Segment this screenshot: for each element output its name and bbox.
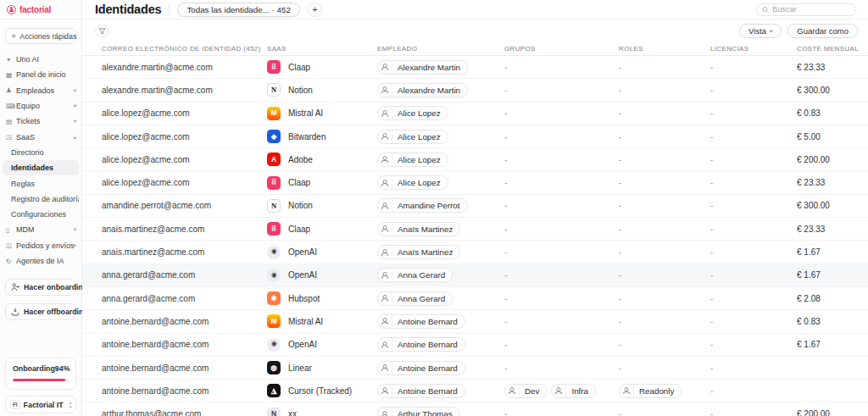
- employee-chip[interactable]: Alice Lopez: [377, 153, 448, 167]
- groups-cell: -: [504, 409, 619, 416]
- filter-button[interactable]: [95, 25, 108, 37]
- employee-chip[interactable]: Amandine Perrot: [377, 198, 468, 213]
- group-chip[interactable]: Infra: [551, 384, 596, 398]
- table-row[interactable]: antoine.bernard@acme.com ◮ Cursor (Track…: [82, 380, 868, 402]
- role-chip[interactable]: Readonly: [619, 384, 682, 398]
- sidebar-item-mdm[interactable]: ▯MDM▾: [0, 222, 81, 237]
- identity-email: anna.gerard@acme.com: [102, 270, 267, 280]
- search-input[interactable]: [772, 5, 850, 14]
- onboarding-button[interactable]: Hacer onboarding: [5, 279, 76, 296]
- sidebar-item-directorio[interactable]: Directorio: [3, 145, 79, 160]
- sidebar-item-tickets[interactable]: ▤Tickets▾: [0, 114, 81, 129]
- employee-chip[interactable]: Alice Lopez: [377, 175, 448, 190]
- employee-chip[interactable]: Arthur Thomas: [377, 407, 460, 416]
- column-header[interactable]: EMPLEADO: [377, 45, 504, 53]
- identity-email: antoine.bernard@acme.com: [102, 340, 267, 349]
- table-row[interactable]: alice.lopez@acme.com A Adobe Alice Lopez…: [82, 148, 868, 171]
- saas-cell: ✳ OpenAI: [267, 338, 377, 352]
- employee-chip[interactable]: Alexandre Martin: [377, 83, 468, 97]
- offboarding-button[interactable]: Hacer offboarding: [5, 303, 76, 320]
- table-row[interactable]: antoine.bernard@acme.com M Mistral AI An…: [82, 310, 868, 333]
- company-switcher[interactable]: FI Factorial IT ES ▴▾: [5, 396, 76, 413]
- table-row[interactable]: antoine.bernard@acme.com ◍ Linear Antoin…: [82, 357, 868, 380]
- quick-actions-button[interactable]: ✳ Acciones rápidas: [5, 28, 76, 44]
- roles-cell: -: [619, 363, 710, 373]
- saas-cell: ✳ OpenAI: [267, 246, 377, 259]
- person-icon: [378, 223, 392, 236]
- saas-app-name: Mistral AI: [288, 108, 323, 118]
- sidebar-item-saas[interactable]: ◳SaaS▴: [0, 129, 81, 144]
- table-row[interactable]: anais.martinez@acme.com ✳ OpenAI Anaïs M…: [82, 241, 868, 263]
- column-header[interactable]: GRUPOS: [504, 45, 619, 53]
- brand[interactable]: factorial: [0, 0, 81, 19]
- table-row[interactable]: alice.lopez@acme.com ◆ Bitwarden Alice L…: [82, 125, 868, 148]
- column-header[interactable]: ROLES: [619, 45, 710, 53]
- sidebar-item-identidades[interactable]: Identidades: [3, 160, 79, 175]
- sidebar-item-panel-de-inicio[interactable]: ▦Panel de inicio: [0, 67, 81, 82]
- sidebar-item-uno-ai[interactable]: ✦Uno AI: [0, 52, 81, 67]
- sidebar-item-equipo[interactable]: ⌨Equipo▾: [0, 98, 81, 114]
- saas-app-name: OpenAI: [288, 247, 317, 257]
- employee-chip[interactable]: Anaïs Martinez: [377, 222, 460, 236]
- tab-all-identities[interactable]: Todas las identidade... · 452: [177, 3, 300, 17]
- licenses-cell: -: [710, 132, 797, 141]
- column-header[interactable]: CORREO ELECTRÓNICO DE IDENTIDAD (452): [102, 45, 267, 53]
- employee-chip[interactable]: Anaïs Martinez: [377, 245, 460, 259]
- divider: [169, 4, 170, 14]
- employee-chip[interactable]: Alice Lopez: [377, 130, 448, 144]
- roles-cell: -: [619, 409, 710, 416]
- page-title: Identidades: [95, 3, 161, 16]
- column-header[interactable]: SAAS: [267, 45, 377, 53]
- pill-label: Alice Lopez: [392, 178, 448, 187]
- licenses-cell: -: [710, 201, 797, 210]
- table-row[interactable]: amandine.perrot@acme.com N Notion Amandi…: [82, 195, 868, 218]
- view-button[interactable]: Vista ▾: [739, 24, 782, 38]
- identity-email: alice.lopez@acme.com: [102, 108, 267, 118]
- table-row[interactable]: anna.gerard@acme.com ✳ OpenAI Anna Gerar…: [82, 264, 868, 287]
- pill-label: Antoine Bernard: [392, 340, 465, 349]
- groups-cell: -: [504, 317, 619, 326]
- saas-cell: A Adobe: [267, 153, 377, 166]
- hubspot-app-icon: ✱: [267, 291, 281, 305]
- table-row[interactable]: alice.lopez@acme.com ⠿ Claap Alice Lopez…: [82, 171, 868, 194]
- add-view-button[interactable]: +: [308, 3, 322, 17]
- ticket-icon: ▤: [6, 118, 16, 125]
- sidebar-item-reglas[interactable]: Reglas: [3, 175, 79, 191]
- licenses-cell: -: [710, 363, 797, 373]
- groups-cell: -: [504, 155, 619, 164]
- employee-chip[interactable]: Antoine Bernard: [377, 361, 465, 375]
- employee-chip[interactable]: Alexandre Martin: [377, 60, 468, 75]
- sidebar-item-registro-de-auditoria[interactable]: Registro de auditoría: [3, 191, 79, 207]
- sidebar-item-pedidos-y-envios[interactable]: ◫Pedidos y envíos▾: [0, 238, 81, 253]
- column-header[interactable]: LICENCIAS: [710, 45, 797, 53]
- table-row[interactable]: alice.lopez@acme.com M Mistral AI Alice …: [82, 103, 868, 125]
- employee-chip[interactable]: Anna Gerard: [377, 268, 453, 282]
- company-badge: FI: [10, 400, 20, 409]
- monthly-cost: € 2.08: [797, 294, 860, 303]
- employee-chip[interactable]: Anna Gerard: [377, 291, 453, 306]
- monthly-cost: € 0.83: [797, 108, 860, 118]
- employee-chip[interactable]: Antoine Bernard: [377, 337, 465, 352]
- identity-email: alice.lopez@acme.com: [102, 178, 267, 187]
- table-row[interactable]: arthur.thomas@acme.com N xx Arthur Thoma…: [82, 402, 868, 416]
- saas-cell: ✱ Hubspot: [267, 291, 377, 305]
- sidebar-item-empleados[interactable]: ♟Empleados▾: [0, 83, 81, 98]
- sidebar-item-configuraciones[interactable]: Configuraciones: [3, 207, 79, 222]
- table-row[interactable]: alexandre.martin@acme.com N Notion Alexa…: [82, 79, 868, 102]
- employee-chip[interactable]: Antoine Bernard: [377, 384, 465, 398]
- table-row[interactable]: antoine.bernard@acme.com ✳ OpenAI Antoin…: [82, 334, 868, 357]
- cursor-app-icon: ◮: [267, 384, 281, 397]
- employee-chip[interactable]: Antoine Bernard: [377, 314, 465, 329]
- table-row[interactable]: anna.gerard@acme.com ✱ Hubspot Anna Gera…: [82, 287, 868, 310]
- employee-chip[interactable]: Alice Lopez: [377, 106, 448, 120]
- group-chip[interactable]: Dev: [504, 384, 547, 398]
- sidebar-item-agentes-de-ia[interactable]: ↻Agentes de IA: [0, 253, 81, 269]
- table-row[interactable]: anais.martinez@acme.com ⠿ Claap Anaïs Ma…: [82, 218, 868, 241]
- dashboard-grid-icon: ▦: [6, 71, 16, 79]
- column-header[interactable]: COSTE MENSUAL: [797, 45, 860, 53]
- table-row[interactable]: alexandre.martin@acme.com ⠿ Claap Alexan…: [82, 56, 868, 79]
- save-as-button[interactable]: Guardar como: [787, 24, 858, 38]
- onboarding-progress-card[interactable]: Onboarding 94%: [5, 358, 76, 391]
- person-icon: [620, 385, 634, 397]
- search-box[interactable]: [756, 3, 856, 16]
